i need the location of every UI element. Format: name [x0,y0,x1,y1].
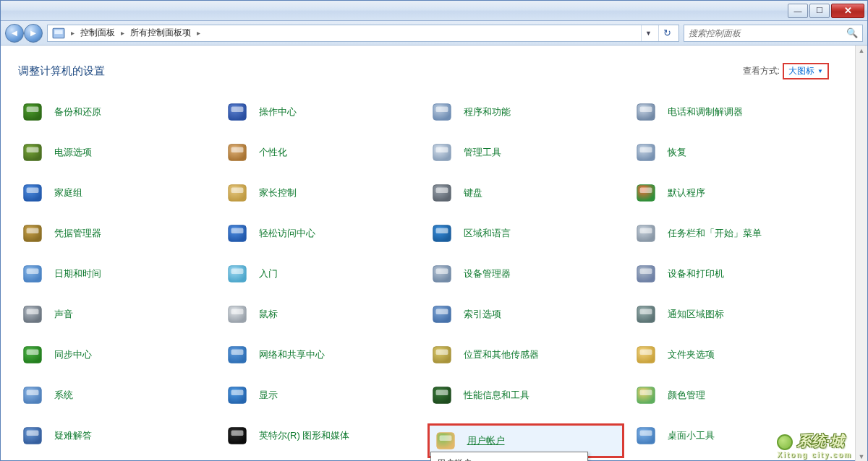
nav-row: ◄ ► ▸ 控制面板 ▸ 所有控制面板项 ▸ ▼ ↻ 🔍 [1,21,867,46]
parental-controls-icon [226,181,249,204]
cp-item-admin-tools[interactable]: 管理工具 [427,140,625,165]
cp-item-indexing-options[interactable]: 索引选项 [427,302,625,327]
cp-item-personalization[interactable]: 个性化 [223,140,420,165]
tooltip-heading: 用户帐户 [437,457,582,461]
cp-item-power-options[interactable]: 电源选项 [18,140,216,165]
indexing-options-icon [430,303,454,326]
cp-item-intel-graphics[interactable]: 英特尔(R) 图形和媒体 [223,423,420,448]
close-button[interactable]: ✕ [831,4,864,18]
cp-item-mouse[interactable]: 鼠标 [223,302,420,327]
content-container: 调整计算机的设置 查看方式: 大图标 ▼ 备份和还原操作中心程序和功能电话和调制… [1,46,867,461]
cp-item-label: 英特尔(R) 图形和媒体 [259,429,350,442]
cp-item-date-time[interactable]: 日期和时间 [18,262,216,286]
cp-item-location-sensors[interactable]: 位置和其他传感器 [427,342,625,367]
svg-rect-45 [231,309,243,315]
cp-item-sound[interactable]: 声音 [18,302,216,327]
cp-item-recovery[interactable]: 恢复 [631,140,829,165]
troubleshooting-icon [21,424,44,447]
color-management-icon [634,384,658,407]
taskbar-start-menu-icon [634,222,658,245]
cp-item-system[interactable]: 系统 [18,383,216,408]
cp-item-homegroup[interactable]: 家庭组 [18,181,216,205]
cp-item-credential-manager[interactable]: 凭据管理器 [18,221,216,246]
view-dropdown[interactable]: 大图标 ▼ [783,63,829,79]
cp-item-ease-of-access[interactable]: 轻松访问中心 [223,221,420,246]
cp-item-devices-printers[interactable]: 设备和打印机 [631,262,829,286]
breadcrumb-current[interactable]: 所有控制面板项 [129,27,192,39]
cp-item-label: 声音 [54,308,73,321]
homegroup-icon [21,181,44,204]
cp-item-label: 键盘 [464,186,482,199]
cp-item-keyboard[interactable]: 键盘 [427,181,625,205]
window-frame: — ☐ ✕ ◄ ► ▸ 控制面板 ▸ 所有控制面板项 ▸ ▼ ↻ 🔍 [0,0,868,461]
cp-item-default-programs[interactable]: 默认程序 [631,181,829,205]
cp-item-label: 文件夹选项 [668,348,715,361]
breadcrumb-root[interactable]: 控制面板 [79,27,116,39]
svg-rect-5 [231,107,243,113]
cp-item-folder-options[interactable]: 文件夹选项 [631,342,829,367]
svg-rect-1 [54,30,62,34]
cp-item-taskbar-start-menu[interactable]: 任务栏和「开始」菜单 [631,221,829,246]
cp-item-backup-restore[interactable]: 备份和还原 [18,100,216,124]
cp-item-label: 性能信息和工具 [464,389,529,402]
view-value: 大图标 [788,65,814,77]
search-icon[interactable]: 🔍 [846,27,858,38]
cp-item-getting-started[interactable]: 入门 [223,262,420,286]
cp-item-region-language[interactable]: 区域和语言 [427,221,625,246]
cp-item-troubleshooting[interactable]: 疑难解答 [18,423,216,448]
cp-item-color-management[interactable]: 颜色管理 [631,383,829,408]
system-icon [21,384,44,407]
search-box[interactable]: 🔍 [684,25,863,42]
titlebar[interactable]: — ☐ ✕ [1,1,867,21]
svg-rect-11 [27,147,39,153]
cp-item-notification-icons[interactable]: 通知区域图标 [631,302,829,327]
cp-item-label: 系统 [54,389,73,402]
cp-item-label: 备份和还原 [54,105,101,119]
cp-item-action-center[interactable]: 操作中心 [223,100,420,124]
svg-rect-43 [27,309,39,315]
svg-rect-7 [435,107,448,113]
backup-restore-icon [21,100,44,124]
personalization-icon [226,141,249,164]
cp-item-sync-center[interactable]: 同步中心 [18,342,216,367]
vertical-scrollbar[interactable] [855,46,867,461]
svg-rect-65 [640,390,652,396]
content-area: 调整计算机的设置 查看方式: 大图标 ▼ 备份和还原操作中心程序和功能电话和调制… [1,46,855,461]
cp-item-label: 任务栏和「开始」菜单 [668,227,762,240]
cp-item-programs-features[interactable]: 程序和功能 [427,100,625,124]
keyboard-icon [430,181,454,204]
display-icon [226,384,249,407]
address-dropdown[interactable]: ▼ [641,25,655,41]
maximize-button[interactable]: ☐ [809,4,830,18]
search-input[interactable] [689,28,842,38]
cp-item-label: 凭据管理器 [54,227,101,240]
cp-item-performance-info[interactable]: 性能信息和工具 [427,383,625,408]
refresh-button[interactable]: ↻ [658,25,676,41]
network-sharing-icon [226,343,249,366]
recovery-icon [634,141,658,164]
cp-item-phone-modem[interactable]: 电话和调制解调器 [631,100,829,124]
svg-rect-39 [435,269,448,275]
view-selector: 查看方式: 大图标 ▼ [743,63,829,79]
svg-rect-33 [640,228,652,234]
svg-rect-27 [27,228,39,234]
forward-button[interactable]: ► [24,24,43,43]
cp-item-device-manager[interactable]: 设备管理器 [427,262,625,286]
back-button[interactable]: ◄ [5,24,24,43]
address-bar[interactable]: ▸ 控制面板 ▸ 所有控制面板项 ▸ ▼ ↻ [47,25,679,42]
svg-rect-55 [435,350,448,356]
svg-rect-17 [640,147,652,153]
svg-rect-19 [27,188,39,194]
cp-item-parental-controls[interactable]: 家长控制 [223,181,420,205]
cp-item-network-sharing[interactable]: 网络和共享中心 [223,342,420,367]
svg-rect-73 [640,431,652,436]
svg-rect-25 [640,188,652,194]
date-time-icon [21,262,44,285]
watermark: 系统·城 Xitong city.com [777,431,852,459]
tooltip: 用户帐户 更改共享此计算机的用户的用户帐户设置和密码。 [430,452,588,461]
location-sensors-icon [430,343,454,366]
cp-item-label: 管理工具 [464,146,501,159]
minimize-button[interactable]: — [788,4,808,18]
sync-center-icon [21,343,44,366]
cp-item-display[interactable]: 显示 [223,383,420,408]
